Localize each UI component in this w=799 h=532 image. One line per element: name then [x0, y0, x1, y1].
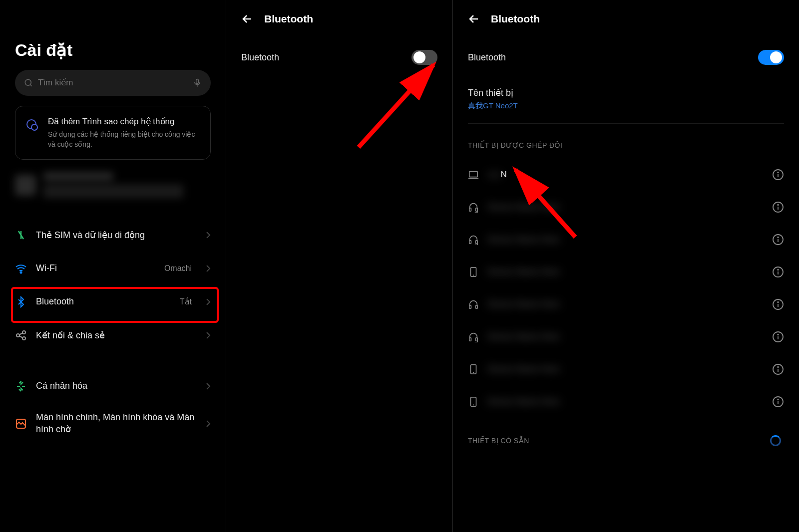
- svg-point-43: [778, 334, 779, 335]
- svg-point-38: [778, 301, 779, 302]
- settings-item-wifi[interactable]: Wi-Fi Omachi: [15, 252, 211, 285]
- sim-icon: [15, 229, 27, 241]
- item-value: Omachi: [164, 264, 192, 273]
- headphone-icon: [468, 299, 479, 310]
- svg-rect-40: [476, 337, 478, 340]
- bluetooth-panel-on: Bluetooth Bluetooth Tên thiết bị 真我GT Ne…: [453, 0, 799, 532]
- paired-device-item[interactable]: Device Name Here: [453, 353, 799, 385]
- item-label: Cá nhân hóa: [36, 381, 197, 391]
- paired-section-header: THIẾT BỊ ĐƯỢC GHÉP ĐÔI: [453, 124, 799, 158]
- info-icon[interactable]: [772, 298, 784, 310]
- paired-device-item[interactable]: xxxN: [453, 158, 799, 191]
- svg-rect-20: [476, 208, 478, 211]
- svg-point-5: [20, 271, 22, 273]
- profile-desc-blurred: [43, 184, 183, 198]
- device-label: Device Name Here: [488, 299, 763, 309]
- svg-rect-34: [469, 305, 471, 308]
- svg-rect-25: [476, 240, 478, 243]
- settings-title: Cài đặt: [0, 0, 226, 70]
- bluetooth-icon: [15, 296, 27, 308]
- item-label: Màn hình chính, Màn hình khóa và Màn hìn…: [36, 412, 197, 435]
- device-label: Device Name Here: [488, 364, 763, 374]
- back-arrow-icon[interactable]: [241, 13, 253, 25]
- svg-rect-39: [469, 337, 471, 340]
- bluetooth-header: Bluetooth: [453, 0, 799, 37]
- info-card-desc: Sử dụng các hệ thống riêng biệt cho công…: [48, 130, 201, 149]
- profile-name-blurred: [43, 172, 113, 180]
- available-header-label: THIẾT BỊ CÓ SẴN: [468, 437, 529, 445]
- page-title: Bluetooth: [491, 13, 540, 25]
- toggle-knob: [413, 51, 425, 63]
- chevron-right-icon: [206, 265, 211, 272]
- svg-point-53: [778, 399, 779, 400]
- search-input[interactable]: [38, 78, 193, 88]
- bluetooth-toggle[interactable]: [411, 50, 437, 65]
- svg-point-33: [778, 269, 779, 270]
- info-card[interactable]: Đã thêm Trình sao chép hệ thống Sử dụng …: [15, 106, 211, 160]
- headset-icon: [468, 202, 479, 213]
- svg-point-48: [778, 366, 779, 367]
- paired-device-item[interactable]: Device Name Here: [453, 320, 799, 353]
- svg-point-18: [778, 172, 779, 173]
- phone-icon: [468, 364, 479, 375]
- paired-device-item[interactable]: Device Name Here: [453, 288, 799, 320]
- chevron-right-icon: [206, 382, 211, 390]
- item-label: Kết nối & chia sẻ: [36, 330, 197, 341]
- paired-device-item[interactable]: Device Name Here: [453, 385, 799, 418]
- bluetooth-toggle-row: Bluetooth: [453, 37, 799, 77]
- svg-point-6: [16, 334, 19, 337]
- settings-item-connection[interactable]: Kết nối & chia sẻ: [15, 318, 211, 352]
- bluetooth-toggle-row: Bluetooth: [226, 37, 452, 77]
- svg-rect-35: [476, 305, 478, 308]
- item-value: Tắt: [180, 297, 192, 306]
- paired-device-item[interactable]: Device Name Here: [453, 256, 799, 288]
- page-title: Bluetooth: [264, 13, 313, 25]
- item-label: Thẻ SIM và dữ liệu di động: [36, 230, 197, 241]
- mic-icon[interactable]: [193, 78, 202, 87]
- settings-item-bluetooth[interactable]: Bluetooth Tắt: [15, 285, 211, 318]
- svg-point-7: [22, 331, 25, 334]
- svg-line-10: [19, 336, 22, 337]
- search-bar[interactable]: [15, 70, 211, 96]
- bluetooth-header: Bluetooth: [226, 0, 452, 37]
- settings-panel: Cài đặt Đã thêm Trình sao chép hệ thống …: [0, 0, 226, 532]
- info-icon[interactable]: [772, 363, 784, 375]
- svg-point-23: [778, 204, 779, 205]
- svg-point-4: [31, 124, 37, 130]
- svg-line-9: [19, 333, 22, 334]
- device-name-row[interactable]: Tên thiết bị 真我GT Neo2T: [468, 77, 784, 124]
- back-arrow-icon[interactable]: [468, 13, 480, 25]
- info-icon[interactable]: [772, 266, 784, 278]
- bluetooth-toggle-label: Bluetooth: [241, 52, 411, 63]
- device-label: Device Name Here: [488, 332, 763, 342]
- chevron-right-icon: [206, 331, 211, 339]
- profile-row[interactable]: [15, 172, 211, 198]
- bluetooth-toggle[interactable]: [758, 50, 784, 65]
- info-icon[interactable]: [772, 331, 784, 343]
- svg-point-28: [778, 237, 779, 238]
- device-label: xxxN: [488, 170, 763, 180]
- settings-item-sim[interactable]: Thẻ SIM và dữ liệu di động: [15, 218, 211, 252]
- paired-device-item[interactable]: Device Name Here: [453, 191, 799, 223]
- info-icon[interactable]: [772, 396, 784, 408]
- svg-point-0: [25, 79, 31, 85]
- avatar: [15, 175, 36, 196]
- device-name-value: 真我GT Neo2T: [468, 101, 784, 111]
- bluetooth-panel-off: Bluetooth Bluetooth: [226, 0, 453, 532]
- personalize-icon: [15, 380, 27, 392]
- paired-device-item[interactable]: Device Name Here: [453, 223, 799, 256]
- info-icon[interactable]: [772, 169, 784, 181]
- device-name-label: Tên thiết bị: [468, 87, 784, 98]
- chevron-right-icon: [206, 298, 211, 306]
- share-icon: [15, 329, 27, 341]
- info-icon[interactable]: [772, 234, 784, 246]
- scanning-spinner-icon: [770, 435, 781, 446]
- settings-item-personalize[interactable]: Cá nhân hóa: [15, 369, 211, 403]
- item-label: Wi-Fi: [36, 263, 155, 273]
- svg-rect-19: [469, 208, 471, 211]
- info-icon[interactable]: [772, 201, 784, 213]
- item-label: Bluetooth: [36, 296, 171, 307]
- settings-item-display[interactable]: Màn hình chính, Màn hình khóa và Màn hìn…: [15, 403, 211, 444]
- search-icon: [24, 78, 33, 87]
- device-label: Device Name Here: [488, 202, 763, 212]
